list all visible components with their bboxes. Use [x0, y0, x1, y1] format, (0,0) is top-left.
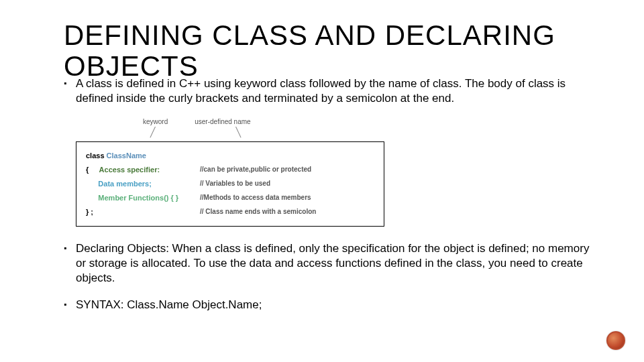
code-line-5: } ; // Class name ends with a semicolon [86, 205, 374, 219]
code-brace-close: } ; [86, 208, 93, 216]
code-diagram: keyword user-defined name class ClassNam… [76, 118, 597, 226]
code-comment-3: //Methods to access data members [200, 191, 311, 205]
code-line-3: Data members; // Variables to be used [86, 177, 374, 191]
code-data-members: Data members; [98, 180, 151, 188]
bullet-marker: ▪ [64, 241, 76, 286]
bullet-text-2: Declaring Objects: When a class is defin… [76, 241, 597, 286]
code-keyword-class: class [86, 152, 105, 160]
code-line-2: { Access specifier: //can be private,pub… [86, 163, 374, 177]
bullet-marker: ▪ [64, 298, 76, 312]
code-brace-open: { [86, 166, 89, 174]
code-comment-2: // Variables to be used [200, 177, 270, 191]
diagram-arrows [76, 127, 597, 140]
bullet-text-3: SYNTAX: Class.Name Object.Name; [76, 298, 597, 312]
bullet-item-1: ▪ A class is defined in C++ using keywor… [64, 76, 597, 106]
diagram-labels: keyword user-defined name [76, 118, 597, 125]
code-member-functions: Member Functions() { } [98, 194, 178, 202]
bullet-item-3: ▪ SYNTAX: Class.Name Object.Name; [64, 298, 597, 312]
bullet-item-2: ▪ Declaring Objects: When a class is def… [64, 241, 597, 286]
label-keyword: keyword [143, 118, 168, 125]
code-access-specifier: Access specifier: [99, 166, 160, 174]
label-user-defined-name: user-defined name [195, 118, 250, 125]
code-line-1: class ClassName [86, 149, 374, 163]
slide-title: DEFINING CLASS AND DECLARING OBJECTS [64, 20, 644, 82]
code-box: class ClassName { Access specifier: //ca… [76, 141, 384, 226]
code-line-4: Member Functions() { } //Methods to acce… [86, 191, 374, 205]
bullet-text-1: A class is defined in C++ using keyword … [76, 76, 597, 106]
code-comment-4: // Class name ends with a semicolon [200, 205, 316, 219]
bullet-marker: ▪ [64, 76, 76, 106]
content-area: ▪ A class is defined in C++ using keywor… [64, 76, 597, 324]
code-classname: ClassName [107, 152, 146, 160]
decorative-sphere-icon [606, 331, 625, 350]
code-comment-1: //can be private,public or protected [200, 163, 311, 177]
arrow-icon [235, 127, 241, 138]
arrow-icon [150, 127, 156, 138]
